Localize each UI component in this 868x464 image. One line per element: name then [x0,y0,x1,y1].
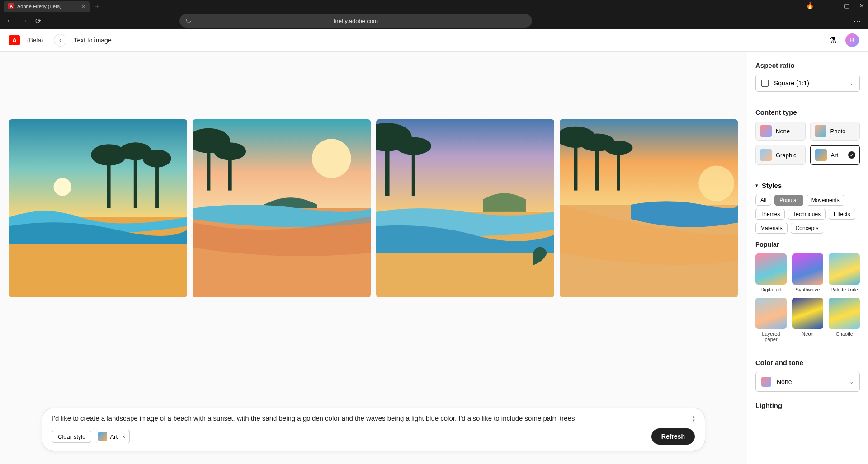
photo-thumb-icon [815,125,826,137]
url-box[interactable]: 🛡 firefly.adobe.com [179,14,532,28]
maximize-button[interactable]: ▢ [844,2,849,9]
ct-label: Graphic [776,152,797,159]
browser-menu-button[interactable]: ⋯ [854,17,862,25]
style-digital-art[interactable]: Digital art [755,253,787,292]
art-thumb-icon [815,149,827,161]
canvas-area: I'd like to create a landscape image of … [0,52,747,464]
sidebar[interactable]: Aspect ratio Square (1:1) ⌄ Content type… [747,52,868,464]
tab-favicon: A [8,3,14,9]
browser-chrome: A Adobe Firefly (Beta) × + 🔥 — ▢ ✕ ← → ⟳… [0,0,868,29]
header-back-button[interactable]: ‹ [54,34,66,47]
back-button[interactable]: ← [6,17,14,25]
color-tone-title: Color and tone [755,359,860,366]
style-tab-materials[interactable]: Materials [755,223,788,234]
svg-point-8 [143,150,171,167]
chevron-down-icon: ⌄ [849,80,854,86]
balloon-thumb-icon [792,253,823,285]
popular-title: Popular [755,241,860,248]
svg-point-10 [312,139,351,178]
shield-icon[interactable]: 🛡 [186,18,192,24]
adobe-logo[interactable]: A [9,35,20,45]
minimize-button[interactable]: — [828,2,834,9]
clear-style-button[interactable]: Clear style [52,431,91,443]
refresh-button[interactable]: Refresh [651,428,695,445]
generated-image-2[interactable] [193,119,371,297]
page-title: Text to image [74,37,111,44]
browser-tab[interactable]: A Adobe Firefly (Beta) × [4,1,90,12]
svg-point-21 [396,137,431,155]
reload-button[interactable]: ⟳ [35,17,41,25]
generated-images [0,119,747,297]
style-chip-label: Art [110,433,118,440]
balloon-thumb-icon [829,253,860,285]
content-type-photo[interactable]: Photo [810,122,860,141]
style-chip-art[interactable]: Art × [96,430,129,443]
style-tab-themes[interactable]: Themes [755,209,785,220]
aspect-ratio-value: Square (1:1) [774,80,809,87]
svg-point-15 [214,142,246,160]
svg-rect-0 [9,119,187,217]
aspect-ratio-title: Aspect ratio [755,61,860,69]
close-window-button[interactable]: ✕ [859,2,864,9]
generated-image-4[interactable] [560,119,738,297]
prompt-bar: I'd like to create a landscape image of … [42,408,705,451]
style-synthwave[interactable]: Synthwave [792,253,823,292]
forward-button[interactable]: → [21,17,28,25]
prompt-text: I'd like to create a landscape image of … [52,414,575,422]
app-header: A (Beta) ‹ Text to image ⚗ B [0,29,868,52]
styles-title: Styles [762,182,782,189]
style-tab-techniques[interactable]: Techniques [788,209,826,220]
content-type-none[interactable]: None [755,122,806,141]
ct-label: Art [831,152,839,159]
content-type-title: Content type [755,108,860,116]
avatar[interactable]: B [845,33,859,47]
style-chaotic[interactable]: Chaotic [829,298,860,342]
new-tab-button[interactable]: + [95,2,99,10]
prompt-input[interactable]: I'd like to create a landscape image of … [52,414,695,422]
divider [755,175,860,175]
chevron-down-icon: ⌄ [849,379,854,385]
window-controls: 🔥 — ▢ ✕ [806,2,864,9]
divider [755,102,860,102]
ct-label: Photo [830,128,846,135]
generated-image-1[interactable] [9,119,187,297]
beaker-icon[interactable]: ⚗ [829,35,836,45]
style-layered-paper[interactable]: Layered paper [755,298,787,342]
none-thumb-icon [760,125,772,137]
svg-point-23 [698,165,734,201]
generated-image-3[interactable] [376,119,554,297]
close-tab-icon[interactable]: × [81,3,85,10]
art-thumb-icon [98,432,107,441]
flame-icon[interactable]: 🔥 [806,2,814,9]
content-type-graphic[interactable]: Graphic [755,145,806,165]
content-type-art[interactable]: Art ✓ [810,145,860,165]
address-bar: ← → ⟳ 🛡 firefly.adobe.com ⋯ [0,13,868,29]
styles-toggle[interactable]: ▾ Styles [755,182,860,189]
balloon-thumb-icon [792,298,823,329]
prompt-stepper[interactable]: ▴▾ [693,415,695,422]
graphic-thumb-icon [760,149,772,161]
style-tab-all[interactable]: All [755,195,771,206]
balloon-thumb-icon [755,298,787,329]
style-neon[interactable]: Neon [792,298,823,342]
chevron-down-icon: ▾ [755,183,758,188]
url-text: firefly.adobe.com [334,18,378,24]
style-tab-concepts[interactable]: Concepts [791,223,824,234]
check-icon: ✓ [848,151,855,159]
svg-point-1 [54,178,71,196]
aspect-ratio-dropdown[interactable]: Square (1:1) ⌄ [755,75,860,92]
beta-label: (Beta) [27,37,43,43]
color-tone-dropdown[interactable]: None ⌄ [755,372,860,392]
tab-bar: A Adobe Firefly (Beta) × + [0,0,868,13]
style-tabs: All Popular Movements Themes Techniques … [755,195,860,234]
lighting-title: Lighting [755,402,860,409]
balloon-thumb-icon [829,298,860,329]
ct-label: None [776,128,790,135]
style-tab-popular[interactable]: Popular [774,195,803,206]
style-tab-movements[interactable]: Movements [807,195,844,206]
color-thumb-icon [761,377,771,387]
style-palette-knife[interactable]: Palette knife [829,253,860,292]
remove-style-icon[interactable]: × [122,433,126,440]
style-tab-effects[interactable]: Effects [829,209,855,220]
svg-point-30 [604,141,633,155]
